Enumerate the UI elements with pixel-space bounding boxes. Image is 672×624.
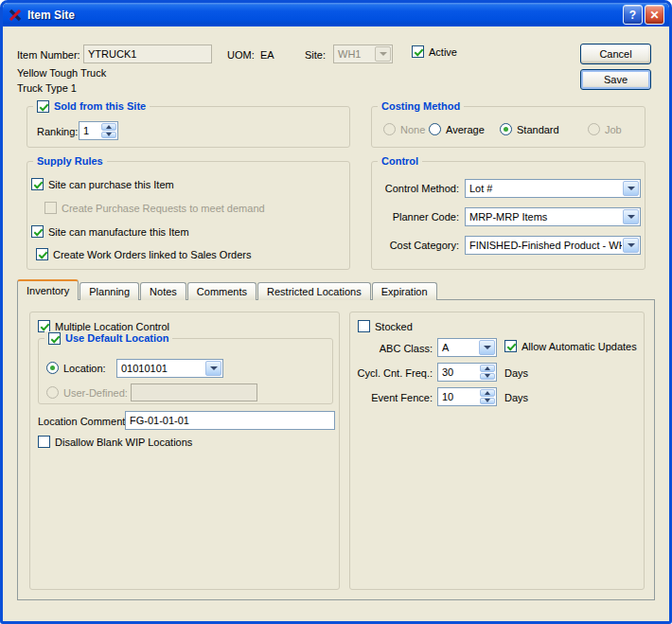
spin-down-button[interactable] [480, 398, 495, 405]
titlebar[interactable]: Item Site ? ✕ [3, 3, 669, 27]
spin-up-button[interactable] [480, 365, 495, 372]
checkbox-box[interactable] [31, 178, 44, 190]
user-defined-field [131, 383, 257, 401]
tab-comments[interactable]: Comments [187, 282, 256, 300]
cycle-count-freq-label: Cycl. Cnt. Freq.: [350, 366, 433, 380]
control-group: Control Control Method: Lot # Planner Co… [371, 161, 645, 270]
radio-box [588, 123, 600, 135]
tab-inventory[interactable]: Inventory [17, 279, 79, 300]
active-checkbox[interactable]: Active [412, 45, 457, 58]
radio-none: None [383, 123, 425, 135]
disallow-blank-wip-checkbox[interactable]: Disallow Blank WIP Locations [38, 436, 192, 448]
stocked-group: Stocked ABC Class: A Allow Automatic Upd… [349, 312, 645, 590]
costing-method-caption: Costing Method [378, 99, 464, 113]
checkbox-box[interactable] [36, 248, 48, 260]
dropdown-button[interactable] [479, 340, 495, 355]
checkbox-box [44, 202, 57, 214]
create-work-orders-checkbox[interactable]: Create Work Orders linked to Sales Order… [36, 248, 251, 260]
arrow-up-icon [485, 391, 490, 395]
dropdown-button[interactable] [205, 361, 221, 376]
tab-bar: Inventory Planning Notes Comments Restri… [17, 279, 438, 300]
site-label: Site: [305, 48, 326, 62]
arrow-down-icon [485, 374, 490, 378]
radio-box [383, 123, 396, 135]
arrow-up-icon [106, 125, 112, 129]
item-description-line2: Truck Type 1 [17, 81, 77, 95]
dropdown-button[interactable] [623, 181, 639, 196]
chevron-down-icon [210, 366, 218, 370]
abc-class-select[interactable]: A [437, 338, 497, 357]
checkbox-box[interactable] [412, 45, 424, 58]
active-label: Active [429, 46, 457, 58]
app-icon [8, 8, 23, 23]
spin-up-button[interactable] [101, 123, 116, 131]
location-radio[interactable]: Location: [46, 362, 106, 374]
radio-box [46, 386, 59, 399]
event-fence-label: Event Fence: [350, 391, 433, 404]
radio-box[interactable] [429, 123, 441, 135]
tab-planning[interactable]: Planning [80, 282, 139, 300]
radio-average[interactable]: Average [429, 123, 485, 135]
cycle-count-freq-stepper[interactable]: 30 [437, 363, 497, 382]
control-method-select[interactable]: Lot # [465, 179, 641, 198]
dropdown-button[interactable] [623, 238, 639, 253]
ranking-stepper[interactable]: 1 [79, 121, 118, 140]
location-select[interactable]: 01010101 [116, 359, 223, 378]
stocked-checkbox[interactable]: Stocked [358, 320, 413, 332]
site-can-manufacture-checkbox[interactable]: Site can manufacture this Item [31, 225, 189, 238]
chevron-down-icon [628, 215, 635, 219]
close-button[interactable]: ✕ [645, 5, 664, 25]
tab-expiration[interactable]: Expiration [372, 282, 437, 300]
sold-from-site-checkbox[interactable] [37, 100, 49, 113]
spin-up-button[interactable] [480, 389, 495, 397]
location-comment-field[interactable] [125, 411, 335, 430]
cost-category-label: Cost Category: [372, 239, 459, 252]
event-fence-stepper[interactable]: 10 [437, 387, 497, 406]
radio-box[interactable] [500, 123, 512, 135]
site-select: WH1 [333, 45, 393, 63]
inventory-tab-pane: Multiple Location Control Use Default Lo… [17, 299, 655, 600]
sold-from-site-group: Sold from this Site Ranking: 1 [27, 106, 350, 148]
item-site-window: Item Site ? ✕ Item Number: UOM: EA Site:… [0, 0, 672, 624]
item-number-field[interactable] [83, 45, 212, 63]
use-default-location-checkbox[interactable] [48, 332, 61, 345]
tab-restricted-locations[interactable]: Restricted Locations [257, 282, 371, 300]
spin-down-button[interactable] [101, 132, 116, 139]
use-default-location-caption[interactable]: Use Default Location [44, 331, 172, 345]
event-fence-days-label: Days [504, 391, 528, 404]
checkbox-box[interactable] [358, 320, 370, 332]
planner-code-select[interactable]: MRP-MRP Items [465, 207, 641, 226]
checkbox-box[interactable] [504, 340, 517, 352]
spin-down-button[interactable] [480, 373, 495, 381]
checkbox-box[interactable] [38, 436, 50, 448]
uom-label: UOM: [227, 48, 255, 62]
sold-from-site-caption[interactable]: Sold from this Site [33, 99, 150, 113]
allow-automatic-updates-checkbox[interactable]: Allow Automatic Updates [504, 340, 637, 352]
radio-box[interactable] [46, 362, 59, 374]
control-caption: Control [378, 154, 422, 168]
cost-category-select[interactable]: FINISHED-Finished Product - WH1 [465, 236, 641, 255]
chevron-down-icon [380, 52, 387, 56]
supply-rules-caption: Supply Rules [33, 154, 107, 168]
dropdown-button [375, 46, 391, 62]
item-description-line1: Yellow Tough Truck [17, 66, 106, 80]
cancel-button[interactable]: Cancel [580, 44, 651, 64]
abc-class-label: ABC Class: [350, 342, 433, 355]
radio-standard[interactable]: Standard [500, 123, 559, 135]
dropdown-button[interactable] [623, 209, 639, 224]
chevron-down-icon [484, 346, 491, 349]
chevron-down-icon [628, 187, 635, 190]
tab-notes[interactable]: Notes [140, 282, 186, 300]
use-default-location-group: Use Default Location Location: 01010101 … [38, 338, 333, 404]
checkbox-box[interactable] [31, 225, 44, 238]
help-button[interactable]: ? [623, 5, 643, 25]
save-button[interactable]: Save [580, 69, 651, 90]
costing-method-group: Costing Method None Average Standard Job [371, 106, 645, 148]
planner-code-label: Planner Code: [372, 210, 459, 223]
chevron-down-icon [628, 243, 635, 247]
window-title: Item Site [27, 9, 621, 22]
arrow-down-icon [485, 399, 490, 402]
arrow-up-icon [485, 366, 490, 370]
uom-value: EA [260, 48, 274, 62]
site-can-purchase-checkbox[interactable]: Site can purchase this Item [31, 178, 174, 190]
